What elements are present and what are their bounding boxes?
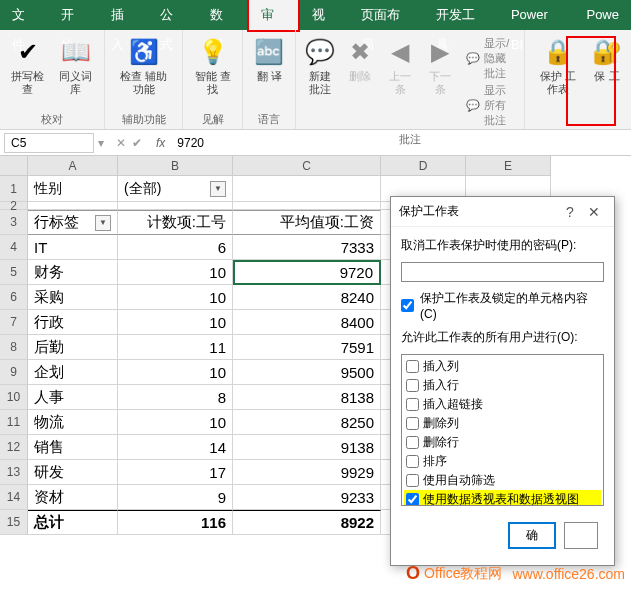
tab-view[interactable]: 视图 [300,0,349,30]
permission-checkbox[interactable] [406,379,419,392]
col-header-a[interactable]: A [28,156,118,176]
pivot-avg[interactable]: 8240 [233,285,381,310]
smartlookup-button[interactable]: 💡智能 查找 [189,34,236,110]
pivot-count[interactable]: 14 [118,435,233,460]
pivot-col1[interactable]: 计数项:工号 [118,210,233,235]
translate-button[interactable]: 🔤翻 译 [249,34,289,110]
cancel-button[interactable] [564,522,598,549]
pivot-total-label[interactable]: 总计 [28,510,118,535]
pivot-row-label[interactable]: 采购 [28,285,118,310]
row-header[interactable]: 9 [0,360,28,385]
confirm-icon[interactable]: ✔ [132,136,142,150]
tab-review[interactable]: 审阅 [249,0,298,30]
new-comment-button[interactable]: 💬新建批注 [302,34,338,130]
password-input[interactable] [401,262,604,282]
col-header-b[interactable]: B [118,156,233,176]
pivot-count[interactable]: 6 [118,235,233,260]
pivot-row-label[interactable]: 资材 [28,485,118,510]
pivot-row-label[interactable]: 行政 [28,310,118,335]
pivot-avg[interactable]: 9929 [233,460,381,485]
col-header-d[interactable]: D [381,156,466,176]
pivot-count[interactable]: 10 [118,360,233,385]
pivot-count[interactable]: 10 [118,260,233,285]
tab-data[interactable]: 数据 [198,0,247,30]
pivot-total-count[interactable]: 116 [118,510,233,535]
showall-comments[interactable]: 💬显示所有批注 [466,83,514,128]
row-header[interactable]: 2 [0,202,28,210]
thesaurus-button[interactable]: 📖同义词库 [54,34,98,110]
row-header[interactable]: 8 [0,335,28,360]
accessibility-button[interactable]: ♿检查 辅助功能 [111,34,177,110]
pivot-avg[interactable]: 9233 [233,485,381,510]
pivot-count[interactable]: 9 [118,485,233,510]
namebox-dropdown-icon[interactable]: ▾ [94,136,108,150]
row-header[interactable]: 3 [0,210,28,235]
select-all-corner[interactable] [0,156,28,176]
pivot-count[interactable]: 11 [118,335,233,360]
permission-item[interactable]: 删除行 [404,433,601,452]
col-header-c[interactable]: C [233,156,381,176]
tab-home[interactable]: 开始 [49,0,98,30]
rowlabel-dropdown-icon[interactable]: ▼ [95,215,111,231]
permission-checkbox[interactable] [406,436,419,449]
pivot-avg[interactable]: 7591 [233,335,381,360]
row-header[interactable]: 4 [0,235,28,260]
next-comment-button[interactable]: ▶下一条 [422,34,458,130]
row-header[interactable]: 10 [0,385,28,410]
name-box[interactable] [4,133,94,153]
pivot-row-label[interactable]: 人事 [28,385,118,410]
permission-checkbox[interactable] [406,455,419,468]
close-button[interactable]: ✕ [582,204,606,220]
cell[interactable] [233,176,381,202]
row-header[interactable]: 15 [0,510,28,535]
ok-button[interactable]: 确 [508,522,556,549]
spellcheck-button[interactable]: ✔拼写检查 [6,34,50,110]
pivot-filter-label[interactable]: 性别 [28,176,118,202]
pivot-col2[interactable]: 平均值项:工资 [233,210,381,235]
permission-item[interactable]: 使用自动筛选 [404,471,601,490]
row-header[interactable]: 7 [0,310,28,335]
row-header[interactable]: 5 [0,260,28,285]
pivot-count[interactable]: 10 [118,285,233,310]
row-header[interactable]: 13 [0,460,28,485]
tab-insert[interactable]: 插入 [99,0,148,30]
formula-input[interactable]: 9720 [171,136,631,150]
protect-sheet-button[interactable]: 🔒保护 工作表 [531,34,585,127]
pivot-count[interactable]: 17 [118,460,233,485]
tab-powerbi[interactable]: Power BI [499,0,575,30]
row-header[interactable]: 11 [0,410,28,435]
pivot-row-label[interactable]: 企划 [28,360,118,385]
pivot-row-label[interactable]: 销售 [28,435,118,460]
permission-checkbox[interactable] [406,360,419,373]
fx-icon[interactable]: fx [150,136,171,150]
pivot-avg[interactable]: 8250 [233,410,381,435]
pivot-row-label[interactable]: 物流 [28,410,118,435]
row-header[interactable]: 12 [0,435,28,460]
cancel-icon[interactable]: ✕ [116,136,126,150]
filter-dropdown-icon[interactable]: ▼ [210,181,226,197]
pivot-row-label[interactable]: 行标签▼ [28,210,118,235]
delete-comment-button[interactable]: ✖删除 [342,34,378,130]
pivot-count[interactable]: 10 [118,410,233,435]
protect-contents-checkbox[interactable]: 保护工作表及锁定的单元格内容(C) [401,290,604,321]
permission-item[interactable]: 插入超链接 [404,395,601,414]
row-header[interactable]: 14 [0,485,28,510]
pivot-count[interactable]: 10 [118,310,233,335]
permission-item[interactable]: 插入列 [404,357,601,376]
tab-formulas[interactable]: 公式 [148,0,197,30]
col-header-e[interactable]: E [466,156,551,176]
pivot-avg[interactable]: 9500 [233,360,381,385]
pivot-avg[interactable]: 7333 [233,235,381,260]
pivot-avg[interactable]: 8138 [233,385,381,410]
protect-contents-check[interactable] [401,299,414,312]
permission-item[interactable]: 排序 [404,452,601,471]
permission-item[interactable]: 插入行 [404,376,601,395]
permission-checkbox[interactable] [406,493,419,506]
showhide-comment[interactable]: 💬显示/隐藏批注 [466,36,514,81]
row-header[interactable]: 6 [0,285,28,310]
pivot-row-label[interactable]: 财务 [28,260,118,285]
tab-power[interactable]: Powe [574,0,631,30]
permission-checkbox[interactable] [406,474,419,487]
pivot-row-label[interactable]: 后勤 [28,335,118,360]
pivot-avg[interactable]: 9720 [233,260,381,285]
